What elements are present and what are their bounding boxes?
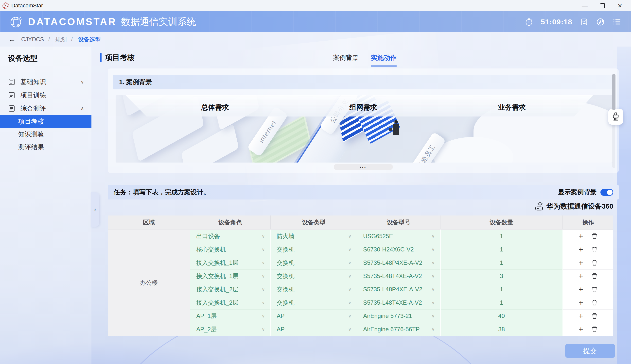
device-role-select[interactable]: AP_2层 ∨ [190, 323, 270, 336]
device-model-value: AirEngine 6776-56TP [363, 326, 420, 332]
device-type-value: 交换机 [276, 259, 294, 266]
device-type-select[interactable]: AP ∨ [270, 323, 357, 336]
row-actions-cell: + [563, 323, 613, 336]
row-actions-cell: + [563, 243, 613, 256]
delete-row-button[interactable] [591, 273, 598, 280]
delete-row-button[interactable] [591, 259, 598, 266]
huawei-device-360-link[interactable]: 华为数据通信设备360 [546, 202, 613, 211]
restore-button[interactable] [600, 3, 605, 8]
router-icon [535, 202, 543, 211]
device-role-select[interactable]: 出口设备 ∨ [190, 230, 270, 243]
device-role-value: 接入交换机_1层 [196, 273, 238, 279]
header-device-role: 设备角色 [190, 216, 270, 230]
report-icon[interactable] [580, 18, 589, 26]
device-type-select[interactable]: 交换机 ∨ [270, 296, 357, 309]
tab-case-background[interactable]: 案例背景 [333, 54, 359, 66]
device-quantity-input[interactable]: 1 [440, 230, 563, 243]
sidebar-divider [8, 70, 84, 70]
header-region: 区域 [108, 216, 190, 230]
add-row-button[interactable]: + [578, 272, 583, 281]
dropdown-caret-icon: ∨ [348, 234, 351, 239]
device-type-select[interactable]: 交换机 ∨ [270, 256, 357, 270]
sidebar-item-basic-knowledge[interactable]: 基础知识 ∨ [0, 75, 91, 88]
delete-row-button[interactable] [591, 299, 598, 306]
row-actions-cell: + [563, 309, 613, 323]
delete-row-button[interactable] [591, 286, 598, 293]
banner-service-requirements-label: 业务需求 [498, 103, 526, 112]
tab-implementation-actions[interactable]: 实施动作 [371, 54, 397, 66]
delete-row-button[interactable] [591, 246, 598, 253]
app-header: DATACOMSTAR 数据通信实训系统 51:09:18 [0, 11, 631, 32]
add-row-button[interactable]: + [578, 298, 583, 307]
delete-row-button[interactable] [591, 326, 598, 333]
add-row-button[interactable]: + [578, 232, 583, 241]
app-logo-red-globe-icon [2, 2, 9, 9]
header-device-quantity: 设备数量 [440, 216, 563, 230]
add-row-button[interactable]: + [578, 325, 583, 334]
sidebar-subitem-project-assessment[interactable]: 项目考核 [0, 115, 91, 128]
device-model-select[interactable]: USG6525E ∨ [357, 230, 440, 243]
show-case-background-toggle[interactable] [600, 189, 613, 196]
dropdown-caret-icon: ∨ [348, 300, 351, 306]
close-button[interactable]: × [612, 0, 627, 11]
sidebar-item-label: 基础知识 [21, 78, 46, 86]
device-type-select[interactable]: 交换机 ∨ [270, 283, 357, 296]
device-model-select[interactable]: AirEngine 5773-21 ∨ [357, 309, 440, 323]
tools-icon[interactable] [596, 18, 605, 26]
clean-tool-button[interactable] [608, 109, 623, 124]
device-role-select[interactable]: 接入交换机_2层 ∨ [190, 283, 270, 296]
sidebar-item-comprehensive-evaluation[interactable]: 综合测评 ∧ [0, 102, 91, 115]
sidebar-subitem-knowledge-quiz[interactable]: 知识测验 [0, 128, 91, 141]
breadcrumb-item-planning[interactable]: 规划 [55, 36, 67, 43]
dropdown-caret-icon: ∨ [432, 274, 435, 279]
device-type-select[interactable]: 防火墙 ∨ [270, 230, 357, 243]
device-model-select[interactable]: S5735-L48P4XE-A-V2 ∨ [357, 256, 440, 270]
banner-scroll-handle[interactable]: ••• [334, 164, 393, 170]
stopwatch-icon [524, 18, 533, 26]
device-quantity-input[interactable]: 3 [440, 270, 563, 283]
submit-button[interactable]: 提交 [565, 344, 615, 358]
minimize-button[interactable]: — [577, 0, 592, 11]
dropdown-caret-icon: ∨ [432, 287, 435, 292]
add-row-button[interactable]: + [578, 285, 583, 294]
delete-row-button[interactable] [591, 233, 598, 240]
device-model-select[interactable]: S5735-L48P4XE-A-V2 ∨ [357, 283, 440, 296]
device-type-select[interactable]: 交换机 ∨ [270, 243, 357, 256]
device-role-select[interactable]: 核心交换机 ∨ [190, 243, 270, 256]
device-role-select[interactable]: 接入交换机_1层 ∨ [190, 256, 270, 270]
device-quantity-input[interactable]: 1 [440, 243, 563, 256]
delete-row-button[interactable] [591, 312, 598, 320]
page-scrollbar-thumb[interactable] [612, 74, 615, 110]
breadcrumb-item-cjydcs[interactable]: CJYDCS [21, 36, 44, 43]
device-model-select[interactable]: S6730-H24X6C-V2 ∨ [357, 243, 440, 256]
device-role-value: 接入交换机_1层 [196, 259, 238, 266]
device-role-select[interactable]: 接入交换机_2层 ∨ [190, 296, 270, 309]
device-model-value: S5735-L48P4XE-A-V2 [363, 259, 422, 266]
device-type-select[interactable]: 交换机 ∨ [270, 270, 357, 283]
row-actions-cell: + [563, 256, 613, 270]
device-model-value: S5735-L48T4XE-A-V2 [363, 273, 422, 279]
menu-list-icon[interactable] [612, 18, 621, 26]
device-model-select[interactable]: S5735-L48T4XE-A-V2 ∨ [357, 296, 440, 309]
sidebar-subitem-evaluation-results[interactable]: 测评结果 [0, 141, 91, 154]
device-type-value: AP [276, 326, 284, 332]
device-quantity-input[interactable]: 1 [440, 283, 563, 296]
device-model-value: S5735-L48P4XE-A-V2 [363, 286, 422, 292]
device-role-select[interactable]: 接入交换机_1层 ∨ [190, 270, 270, 283]
table-row: 办公楼 出口设备 ∨ 防火墙 ∨ USG6525E ∨ 1 + [108, 230, 613, 243]
device-quantity-input[interactable]: 38 [440, 323, 563, 336]
add-row-button[interactable]: + [578, 245, 583, 254]
device-quantity-input[interactable]: 1 [440, 256, 563, 270]
title-accent-bar [100, 53, 102, 62]
device-type-select[interactable]: AP ∨ [270, 309, 357, 323]
device-quantity-input[interactable]: 40 [440, 309, 563, 323]
dropdown-caret-icon: ∨ [262, 287, 265, 292]
add-row-button[interactable]: + [578, 312, 583, 321]
device-model-select[interactable]: S5735-L48T4XE-A-V2 ∨ [357, 270, 440, 283]
device-model-select[interactable]: AirEngine 6776-56TP ∨ [357, 323, 440, 336]
add-row-button[interactable]: + [578, 258, 583, 268]
device-role-select[interactable]: AP_1层 ∨ [190, 309, 270, 323]
back-arrow-icon[interactable]: ← [8, 35, 16, 44]
sidebar-item-project-training[interactable]: 项目训练 [0, 88, 91, 102]
device-quantity-input[interactable]: 1 [440, 296, 563, 309]
